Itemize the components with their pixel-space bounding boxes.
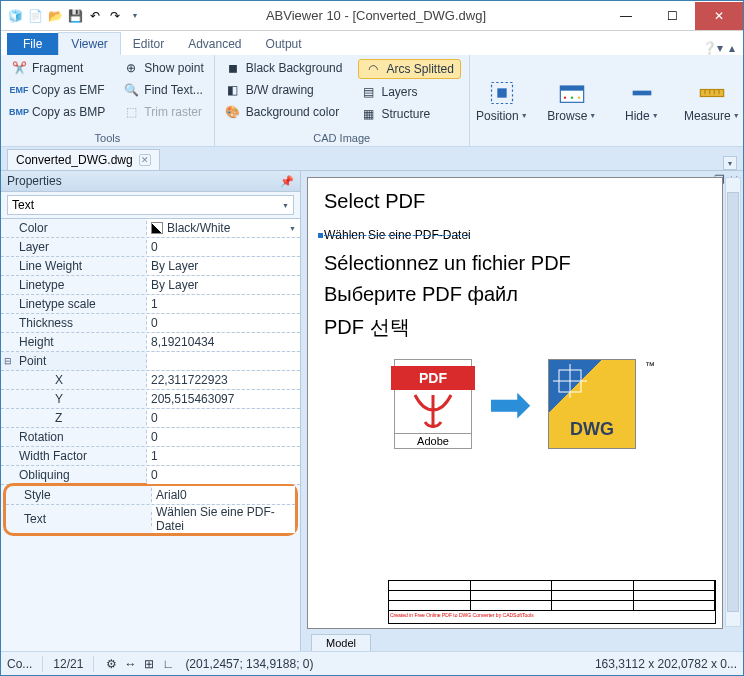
layers-button[interactable]: ▤Layers bbox=[358, 83, 460, 101]
qat-dropdown-icon[interactable]: ▼ bbox=[127, 8, 143, 24]
prop-z-value[interactable]: 0 bbox=[147, 409, 300, 427]
properties-title: Properties bbox=[7, 174, 62, 188]
status-icon-1[interactable]: ⚙ bbox=[104, 657, 118, 671]
status-coords: (201,2457; 134,9188; 0) bbox=[185, 657, 313, 671]
bmp-icon: BMP bbox=[11, 104, 27, 120]
group-label-tools: Tools bbox=[9, 130, 206, 144]
black-bg-button[interactable]: ◼Black Background bbox=[223, 59, 345, 77]
prop-style-value[interactable]: Arial0 bbox=[152, 486, 295, 504]
prop-rotation-value[interactable]: 0 bbox=[147, 428, 300, 446]
ribbon-tab-row: File Viewer Editor Advanced Output ❔▾ ▴ bbox=[1, 31, 743, 55]
prop-height-value[interactable]: 8,19210434 bbox=[147, 333, 300, 351]
status-icon-2[interactable]: ↔ bbox=[123, 657, 137, 671]
browse-icon bbox=[558, 79, 586, 107]
redo-icon[interactable]: ↷ bbox=[107, 8, 123, 24]
close-button[interactable]: ✕ bbox=[695, 2, 743, 30]
undo-icon[interactable]: ↶ bbox=[87, 8, 103, 24]
prop-obliquing-value[interactable]: 0 bbox=[147, 466, 300, 484]
prop-point-key: Point bbox=[15, 354, 147, 368]
show-point-button[interactable]: ⊕Show point bbox=[121, 59, 205, 77]
maximize-button[interactable]: ☐ bbox=[649, 2, 695, 30]
svg-rect-7 bbox=[632, 90, 651, 95]
hide-icon bbox=[628, 79, 656, 107]
prop-linetype-scale-key: Linetype scale bbox=[15, 297, 147, 311]
arc-icon: ◠ bbox=[365, 61, 381, 77]
layout-tab-row: Model bbox=[301, 629, 743, 651]
document-tab[interactable]: Converted_DWG.dwg ✕ bbox=[7, 149, 160, 170]
structure-button[interactable]: ▦Structure bbox=[358, 105, 460, 123]
prop-x-value[interactable]: 22,311722923 bbox=[147, 371, 300, 389]
highlighted-props: StyleArial0 TextWählen Sie eine PDF-Date… bbox=[3, 483, 298, 536]
search-icon: 🔍 bbox=[123, 82, 139, 98]
bg-color-button[interactable]: 🎨Background color bbox=[223, 103, 345, 121]
tab-output[interactable]: Output bbox=[254, 33, 314, 55]
prop-text-value[interactable]: Wählen Sie eine PDF-Datei bbox=[152, 505, 295, 533]
copy-emf-button[interactable]: EMFCopy as EMF bbox=[9, 81, 107, 99]
prop-y-value[interactable]: 205,515463097 bbox=[147, 390, 300, 408]
prop-thickness-value[interactable]: 0 bbox=[147, 314, 300, 332]
find-text-button[interactable]: 🔍Find Text... bbox=[121, 81, 205, 99]
drawing-canvas[interactable]: Select PDF Wählen Sie eine PDF-Datei Sél… bbox=[307, 177, 723, 629]
prop-linetype-scale-value[interactable]: 1 bbox=[147, 295, 300, 313]
fragment-button[interactable]: ✂️Fragment bbox=[9, 59, 107, 77]
open-icon[interactable]: 📂 bbox=[47, 8, 63, 24]
tab-editor[interactable]: Editor bbox=[121, 33, 176, 55]
properties-type-select[interactable]: Text ▼ bbox=[7, 195, 294, 215]
svg-rect-8 bbox=[700, 89, 723, 96]
pin-icon[interactable]: 📌 bbox=[280, 175, 294, 188]
minimize-button[interactable]: — bbox=[603, 2, 649, 30]
structure-icon: ▦ bbox=[360, 106, 376, 122]
group-label-cad: CAD Image bbox=[223, 130, 461, 144]
copy-bmp-button[interactable]: BMPCopy as BMP bbox=[9, 103, 107, 121]
file-tab[interactable]: File bbox=[7, 33, 58, 55]
prop-lineweight-value[interactable]: By Layer bbox=[147, 257, 300, 275]
canvas-text-2-selected: Wählen Sie eine PDF-Datei bbox=[324, 221, 706, 244]
save-icon[interactable]: 💾 bbox=[67, 8, 83, 24]
window-title: ABViewer 10 - [Converted_DWG.dwg] bbox=[149, 8, 603, 23]
title-bar: 🧊 📄 📂 💾 ↶ ↷ ▼ ABViewer 10 - [Converted_D… bbox=[1, 1, 743, 31]
prop-linetype-value[interactable]: By Layer bbox=[147, 276, 300, 294]
status-icon-4[interactable]: ∟ bbox=[161, 657, 175, 671]
canvas-area: — ❐ ✕ Select PDF Wählen Sie eine PDF-Dat… bbox=[301, 171, 743, 651]
measure-button[interactable]: Measure▼ bbox=[684, 59, 740, 142]
arcs-splitted-button[interactable]: ◠Arcs Splitted bbox=[358, 59, 460, 79]
canvas-text-1: Select PDF bbox=[324, 190, 706, 213]
new-icon[interactable]: 📄 bbox=[27, 8, 43, 24]
canvas-text-4: Выберите PDF файл bbox=[324, 283, 706, 306]
ribbon-minimize-icon[interactable]: ▴ bbox=[729, 41, 735, 55]
prop-color-value[interactable]: Black/White▼ bbox=[147, 219, 300, 237]
close-doc-icon[interactable]: ✕ bbox=[139, 154, 151, 166]
tab-advanced[interactable]: Advanced bbox=[176, 33, 253, 55]
conversion-graphic: PDF Adobe ➡ ™ DWG bbox=[324, 359, 706, 449]
prop-color-key: Color bbox=[15, 221, 147, 235]
chevron-down-icon: ▼ bbox=[282, 202, 289, 209]
properties-type-row: Text ▼ bbox=[1, 192, 300, 219]
status-icon-3[interactable]: ⊞ bbox=[142, 657, 156, 671]
properties-panel: Properties 📌 Text ▼ ColorBlack/White▼ La… bbox=[1, 171, 301, 651]
vertical-scrollbar[interactable] bbox=[725, 177, 741, 627]
document-tab-row: Converted_DWG.dwg ✕ ▾ bbox=[1, 147, 743, 171]
bw-drawing-button[interactable]: ◧B/W drawing bbox=[223, 81, 345, 99]
position-button[interactable]: Position▼ bbox=[474, 59, 530, 142]
svg-rect-1 bbox=[497, 88, 506, 97]
help-dropdown-icon[interactable]: ❔▾ bbox=[702, 41, 723, 55]
prop-style-key: Style bbox=[20, 488, 152, 502]
collapse-icon[interactable]: ⊟ bbox=[1, 356, 15, 366]
prop-widthfactor-key: Width Factor bbox=[15, 449, 147, 463]
layers-icon: ▤ bbox=[360, 84, 376, 100]
tab-viewer[interactable]: Viewer bbox=[58, 32, 120, 55]
prop-y-key: Y bbox=[15, 392, 147, 406]
bw-icon: ◧ bbox=[225, 82, 241, 98]
prop-layer-value[interactable]: 0 bbox=[147, 238, 300, 256]
doctab-dropdown-icon[interactable]: ▾ bbox=[723, 156, 737, 170]
fragment-icon: ✂️ bbox=[11, 60, 27, 76]
prop-widthfactor-value[interactable]: 1 bbox=[147, 447, 300, 465]
dwg-icon: ™ DWG bbox=[548, 359, 636, 449]
status-icons: ⚙ ↔ ⊞ ∟ bbox=[104, 657, 175, 671]
emf-icon: EMF bbox=[11, 82, 27, 98]
prop-text-key: Text bbox=[20, 512, 152, 526]
model-tab[interactable]: Model bbox=[311, 634, 371, 651]
hide-button[interactable]: Hide▼ bbox=[614, 59, 670, 142]
browse-button[interactable]: Browse▼ bbox=[544, 59, 600, 142]
properties-grid: ColorBlack/White▼ Layer0 Line WeightBy L… bbox=[1, 219, 300, 651]
